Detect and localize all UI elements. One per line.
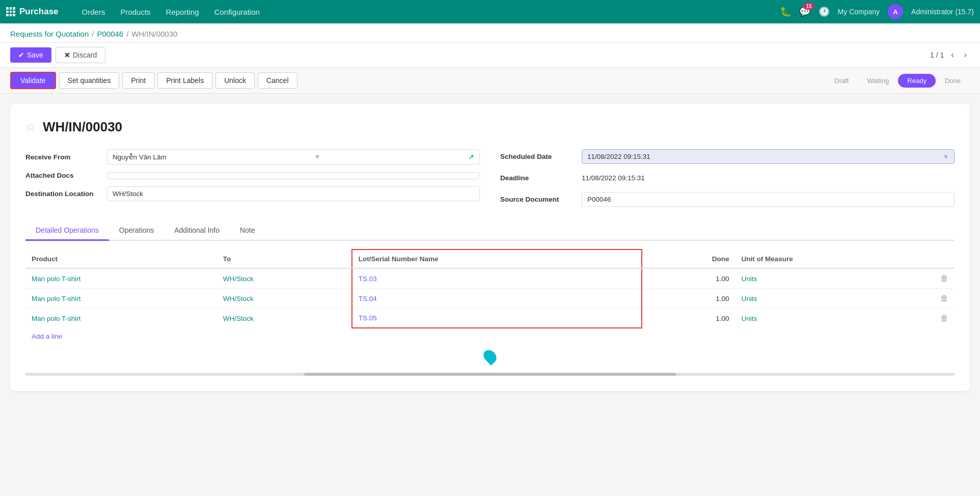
- clock-icon[interactable]: 🕐: [819, 6, 830, 17]
- scheduled-date-arrow: ▼: [943, 153, 949, 160]
- destination-location-label: Destination Location: [25, 190, 102, 198]
- external-link-icon[interactable]: ↗: [468, 153, 474, 161]
- dropdown-arrow: ▼: [314, 153, 320, 160]
- receive-from-label: Receive From: [25, 153, 102, 161]
- secondary-buttons: Validate Set quantities Print Print Labe…: [10, 72, 297, 89]
- lot-serial-cell-1[interactable]: TS.03: [352, 268, 642, 289]
- pager-prev[interactable]: ‹: [948, 49, 957, 61]
- receive-from-field[interactable]: Nguyễn Văn Lâm ▼ ↗: [107, 149, 480, 164]
- lot-serial-cell-3[interactable]: TS.05: [352, 309, 642, 328]
- breadcrumb-current: WH/IN/00030: [131, 30, 177, 38]
- app-name: Purchase: [19, 7, 59, 17]
- action-bar: ✔ Save ✖ Discard 1 / 1 ‹ ›: [0, 43, 980, 68]
- location-pin-icon: [481, 347, 499, 365]
- unlock-button[interactable]: Unlock: [215, 72, 255, 89]
- app-logo[interactable]: Purchase: [6, 7, 67, 17]
- breadcrumb-sep-2: /: [126, 30, 128, 38]
- breadcrumb-rfq[interactable]: Requests for Quotation: [10, 30, 89, 38]
- form-fields: Receive From Nguyễn Văn Lâm ▼ ↗ Attached…: [25, 149, 955, 207]
- done-cell-3: 1.00: [642, 309, 735, 328]
- discard-button[interactable]: ✖ Discard: [56, 47, 105, 63]
- to-cell-3[interactable]: WH/Stock: [217, 309, 352, 328]
- col-actions: [934, 250, 955, 268]
- check-icon: ✔: [18, 51, 24, 59]
- nav-configuration[interactable]: Configuration: [207, 5, 267, 19]
- table-row: Man polo T-shirt WH/Stock TS.05 1.00 Uni…: [25, 309, 955, 328]
- add-line[interactable]: Add a line: [25, 328, 68, 344]
- status-waiting[interactable]: Waiting: [858, 74, 898, 88]
- topbar-nav: Orders Products Reporting Configuration: [75, 5, 267, 19]
- tabs: Detailed Operations Operations Additiona…: [25, 221, 955, 241]
- avatar[interactable]: A: [888, 4, 903, 19]
- print-button[interactable]: Print: [122, 72, 154, 89]
- nav-orders[interactable]: Orders: [75, 5, 113, 19]
- admin-name: Administrator (15.7): [911, 8, 974, 16]
- product-cell-1[interactable]: Man polo T-shirt: [25, 268, 217, 289]
- tab-operations[interactable]: Operations: [109, 221, 164, 241]
- scheduled-date-label: Scheduled Date: [500, 153, 577, 160]
- to-cell-1[interactable]: WH/Stock: [217, 268, 352, 289]
- unit-cell-3: Units: [736, 309, 934, 328]
- attached-docs-field[interactable]: [107, 172, 480, 179]
- save-button[interactable]: ✔ Save: [10, 47, 51, 63]
- col-unit: Unit of Measure: [736, 250, 934, 268]
- secondary-bar: Validate Set quantities Print Print Labe…: [0, 68, 980, 94]
- product-cell-2[interactable]: Man polo T-shirt: [25, 289, 217, 309]
- destination-location-row: Destination Location WH/Stock: [25, 186, 480, 201]
- source-document-field[interactable]: P00046: [582, 192, 955, 207]
- table-row: Man polo T-shirt WH/Stock TS.03 1.00 Uni…: [25, 268, 955, 289]
- col-product: Product: [25, 250, 217, 268]
- table-row: Man polo T-shirt WH/Stock TS.04 1.00 Uni…: [25, 289, 955, 309]
- source-document-label: Source Document: [500, 196, 577, 203]
- topbar-right: 🐛 💬 15 🕐 My Company A Administrator (15.…: [780, 4, 974, 19]
- destination-location-field[interactable]: WH/Stock: [107, 186, 480, 201]
- form-title: WH/IN/00030: [43, 119, 122, 135]
- unit-cell-2: Units: [736, 289, 934, 309]
- breadcrumb-po[interactable]: P00046: [97, 30, 123, 38]
- status-bar: Draft Waiting Ready Done: [825, 74, 970, 88]
- nav-reporting[interactable]: Reporting: [159, 5, 206, 19]
- status-draft[interactable]: Draft: [825, 74, 858, 88]
- product-cell-3[interactable]: Man polo T-shirt: [25, 309, 217, 328]
- delete-row-3[interactable]: 🗑: [940, 314, 948, 322]
- nav-products[interactable]: Products: [113, 5, 157, 19]
- form-header: ☆ WH/IN/00030: [25, 119, 955, 135]
- lot-serial-cell-2[interactable]: TS.04: [352, 289, 642, 309]
- scheduled-date-row: Scheduled Date 11/08/2022 09:15:31 ▼: [500, 149, 955, 164]
- main-content: ☆ WH/IN/00030 Receive From Nguyễn Văn Lâ…: [0, 94, 980, 401]
- notification-badge: 15: [803, 3, 814, 10]
- deadline-label: Deadline: [500, 174, 577, 182]
- done-cell-2: 1.00: [642, 289, 735, 309]
- col-to: To: [217, 250, 352, 268]
- bug-icon[interactable]: 🐛: [780, 6, 791, 17]
- to-cell-2[interactable]: WH/Stock: [217, 289, 352, 309]
- operations-table: Product To Lot/Serial Number Name Done U…: [25, 249, 955, 328]
- breadcrumb-bar: Requests for Quotation / P00046 / WH/IN/…: [0, 23, 980, 43]
- topbar: Purchase Orders Products Reporting Confi…: [0, 0, 980, 23]
- unit-cell-1: Units: [736, 268, 934, 289]
- col-lot-serial: Lot/Serial Number Name: [352, 250, 642, 268]
- set-quantities-button[interactable]: Set quantities: [59, 72, 120, 89]
- status-done[interactable]: Done: [936, 74, 970, 88]
- delete-row-2[interactable]: 🗑: [940, 294, 948, 302]
- form-card: ☆ WH/IN/00030 Receive From Nguyễn Văn Lâ…: [10, 104, 970, 391]
- delete-row-1[interactable]: 🗑: [940, 274, 948, 283]
- pager-next[interactable]: ›: [961, 49, 970, 61]
- validate-button[interactable]: Validate: [10, 72, 56, 89]
- pager: 1 / 1 ‹ ›: [930, 49, 970, 61]
- cancel-button[interactable]: Cancel: [258, 72, 297, 89]
- star-icon[interactable]: ☆: [25, 121, 36, 134]
- scheduled-date-field[interactable]: 11/08/2022 09:15:31 ▼: [582, 149, 955, 164]
- print-labels-button[interactable]: Print Labels: [157, 72, 212, 89]
- breadcrumb-sep-1: /: [92, 30, 94, 38]
- tab-detailed-operations[interactable]: Detailed Operations: [25, 221, 109, 241]
- x-icon: ✖: [64, 51, 70, 59]
- chat-icon[interactable]: 💬 15: [799, 6, 810, 17]
- tab-note[interactable]: Note: [230, 221, 265, 241]
- scrollbar[interactable]: [25, 373, 955, 376]
- attached-docs-row: Attached Docs: [25, 172, 480, 179]
- tab-additional-info[interactable]: Additional Info: [164, 221, 230, 241]
- status-ready[interactable]: Ready: [898, 74, 936, 88]
- deadline-row: Deadline 11/08/2022 09:15:31: [500, 171, 955, 185]
- grid-icon: [6, 7, 15, 16]
